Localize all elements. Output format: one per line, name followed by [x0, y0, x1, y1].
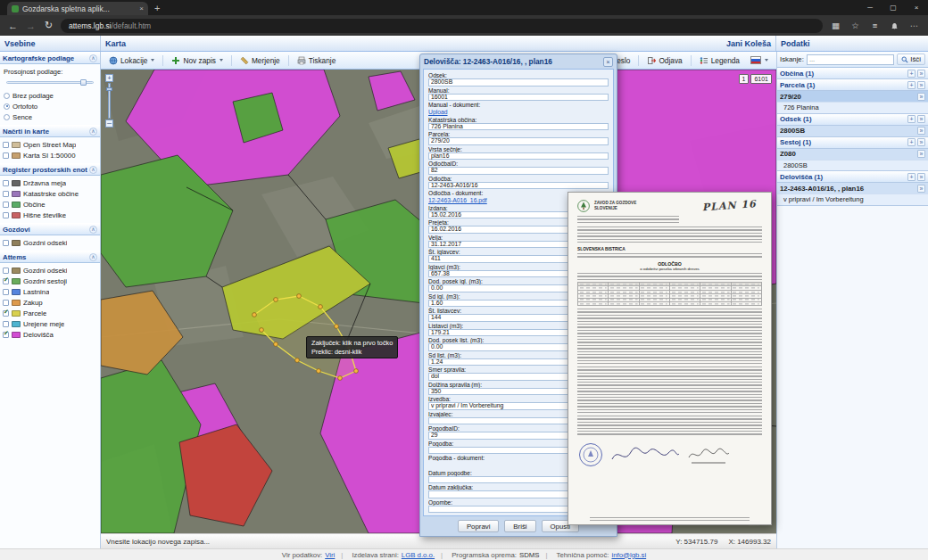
layer-row[interactable]: Urejene meje	[0, 318, 100, 329]
minimize-button[interactable]: ─	[858, 0, 882, 15]
notifications-bell-icon[interactable]	[888, 15, 901, 36]
text-input[interactable]: plan16	[428, 152, 609, 161]
zoom-track[interactable]	[108, 83, 111, 119]
goto-icon[interactable]: »	[917, 150, 925, 158]
opacity-slider[interactable]	[6, 79, 94, 86]
layer-checkbox[interactable]: ✓	[3, 278, 9, 284]
layer-row[interactable]: Open Street Map	[0, 139, 100, 150]
result-item[interactable]: Z080 » 2800SB	[777, 149, 928, 172]
layer-checkbox[interactable]	[3, 321, 9, 327]
layer-checkbox[interactable]: ✓	[3, 332, 9, 338]
section-register[interactable]: Register prostorskih enot ∧	[0, 163, 100, 176]
footer-link[interactable]: Viri	[325, 551, 335, 559]
basemap-option[interactable]: Brez podlage	[0, 90, 100, 101]
goto-icon[interactable]: »	[917, 185, 925, 193]
result-group-header[interactable]: Sestoj (1) + »	[777, 137, 928, 149]
zoom-in-button[interactable]: +	[105, 74, 113, 82]
layer-checkbox[interactable]	[3, 268, 9, 274]
text-input[interactable]: 16001	[428, 94, 609, 102]
layer-checkbox[interactable]	[3, 300, 9, 306]
collapse-icon[interactable]: ∧	[89, 253, 97, 261]
favorites-star-icon[interactable]: ☆	[849, 15, 862, 36]
layer-row[interactable]: Katastrske občine	[0, 188, 100, 199]
back-icon[interactable]: ←	[7, 21, 19, 31]
zoom-handle[interactable]	[106, 87, 112, 91]
url-bar[interactable]: attems.lgb.si/default.htm	[61, 19, 823, 33]
goto-icon[interactable]: »	[917, 127, 925, 135]
layer-row[interactable]: Državna meja	[0, 177, 100, 188]
text-input[interactable]: 726 Planina	[428, 123, 609, 131]
dialog-close-icon[interactable]: ×	[603, 57, 613, 67]
layer-checkbox[interactable]: ✓	[3, 310, 9, 317]
layer-checkbox[interactable]	[3, 180, 9, 186]
layer-row[interactable]: Gozdni odseki	[0, 237, 100, 248]
add-icon[interactable]: +	[907, 173, 916, 181]
delete-button[interactable]: Briši	[504, 520, 535, 532]
layer-row[interactable]: Karta SI 1:50000	[0, 150, 100, 161]
zoom-control[interactable]: + ─	[105, 74, 113, 128]
collapse-icon[interactable]: ∧	[89, 128, 97, 136]
goto-icon[interactable]: »	[917, 138, 925, 146]
collapse-icon[interactable]: ∧	[89, 226, 97, 234]
text-input[interactable]: 82	[428, 167, 609, 175]
collapse-icon[interactable]: ∧	[89, 54, 97, 62]
layer-row[interactable]: Gozdni odseki	[0, 265, 100, 276]
layer-row[interactable]: Hišne številke	[0, 210, 100, 220]
section-maps[interactable]: Načrti in karte ∧	[0, 125, 100, 137]
result-group-header[interactable]: Parcela (1) + »	[777, 79, 928, 91]
document-link[interactable]: Upload	[428, 108, 609, 116]
result-group-header[interactable]: Delovišča (1) + »	[777, 171, 928, 183]
add-icon[interactable]: +	[907, 138, 916, 146]
basemap-option[interactable]: Sence	[0, 111, 100, 122]
basemap-option[interactable]: Ortofoto	[0, 101, 100, 111]
settings-more-icon[interactable]: ⋯	[907, 15, 921, 36]
layer-row[interactable]: ✓ Gozdni sestoji	[0, 276, 100, 286]
footer-link[interactable]: SDMS	[519, 551, 540, 559]
language-selector[interactable]	[746, 54, 773, 67]
browser-tab[interactable]: Gozdarska spletna aplik... ×	[7, 2, 148, 15]
close-button[interactable]: ×	[905, 0, 928, 15]
layer-checkbox[interactable]	[3, 142, 9, 148]
maximize-button[interactable]: ▢	[882, 0, 905, 15]
radio-button[interactable]	[4, 93, 10, 99]
edit-button[interactable]: Popravi	[458, 520, 499, 532]
footer-link[interactable]: info@lgb.si	[611, 551, 646, 559]
layer-checkbox[interactable]	[3, 152, 9, 159]
text-input[interactable]: 2800SB	[428, 78, 609, 86]
layer-checkbox[interactable]	[3, 240, 9, 246]
tab-close-icon[interactable]: ×	[139, 4, 144, 12]
layer-row[interactable]: Lastnina	[0, 286, 100, 297]
layer-row[interactable]: Občine	[0, 199, 100, 210]
layer-row[interactable]: Zakup	[0, 297, 100, 308]
search-input[interactable]	[807, 54, 894, 65]
layer-checkbox[interactable]	[3, 212, 9, 218]
result-item[interactable]: 12-2463-A016/16, , plan16 » v pripravi /…	[777, 183, 928, 206]
goto-icon[interactable]: »	[917, 81, 925, 89]
split-screen-icon[interactable]: ▦	[829, 15, 842, 36]
forward-icon[interactable]: →	[25, 21, 37, 31]
result-group-header[interactable]: Občina (1) + »	[777, 68, 928, 79]
reload-icon[interactable]: ↻	[43, 20, 54, 31]
add-icon[interactable]: +	[907, 81, 916, 89]
layer-checkbox[interactable]	[3, 202, 9, 208]
new-record-button[interactable]: Nov zapis	[167, 54, 227, 68]
section-attems[interactable]: Attems ∧	[0, 251, 100, 263]
text-input[interactable]: 12-2463-A016/16	[428, 182, 609, 190]
radio-button[interactable]	[4, 103, 10, 110]
print-button[interactable]: Tiskanje	[293, 54, 341, 68]
collapse-icon[interactable]: ∧	[89, 166, 97, 174]
result-group-header[interactable]: Odsek (1) + »	[777, 114, 928, 126]
layer-checkbox[interactable]	[3, 191, 9, 197]
section-forests[interactable]: Gozdovi ∧	[0, 223, 100, 235]
goto-icon[interactable]: »	[917, 70, 925, 78]
goto-icon[interactable]: »	[917, 93, 925, 101]
slider-handle[interactable]	[80, 79, 87, 86]
locations-button[interactable]: Lokacije	[104, 54, 159, 68]
zoom-out-button[interactable]: ─	[105, 119, 113, 128]
layer-row[interactable]: ✓ Delovišča	[0, 329, 100, 340]
add-icon[interactable]: +	[907, 115, 916, 123]
new-tab-button[interactable]: +	[154, 2, 160, 15]
footer-link[interactable]: LGB d.o.o.	[402, 551, 435, 559]
radio-button[interactable]	[4, 114, 10, 120]
goto-icon[interactable]: »	[917, 115, 925, 123]
